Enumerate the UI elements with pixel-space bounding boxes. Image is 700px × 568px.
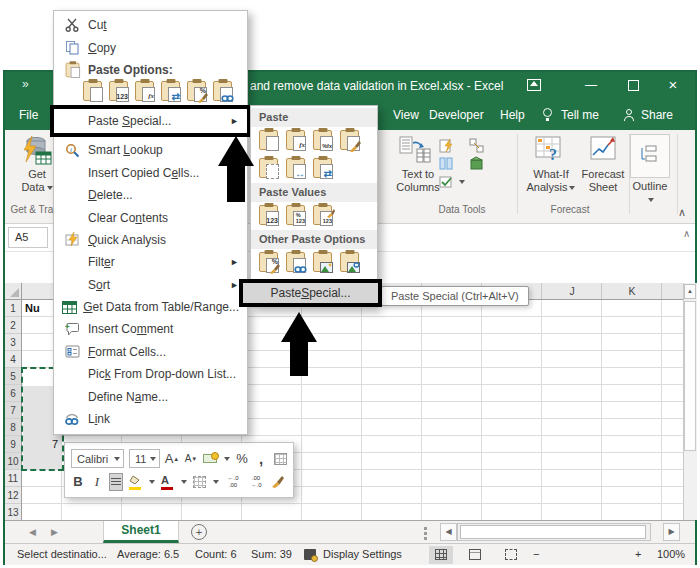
dropdown-icon[interactable] (181, 480, 187, 484)
paste-option-formatting-pct-icon[interactable]: % (187, 81, 206, 101)
scroll-up-icon[interactable]: ▲ (684, 284, 696, 299)
flash-fill-icon[interactable] (439, 138, 454, 153)
format-as-table-button[interactable] (273, 450, 287, 468)
view-normal-button[interactable] (429, 546, 453, 564)
paste-option-transpose-icon[interactable]: ⇄ (161, 81, 180, 101)
view-page-break-button[interactable] (499, 546, 523, 564)
row-header-11[interactable]: 11 (5, 470, 21, 487)
paste-option-no-borders-icon[interactable] (259, 158, 278, 178)
select-all-button[interactable] (5, 283, 22, 300)
paste-option-values-formatting-icon[interactable]: 123 (313, 205, 332, 225)
paste-option-keep-width-icon[interactable]: ↔ (286, 158, 305, 178)
close-button[interactable]: × (664, 78, 682, 92)
collapse-ribbon-icon[interactable]: ∧ (678, 206, 686, 219)
text-to-columns-button[interactable]: Text toColumns (391, 168, 445, 194)
prev-sheet-button[interactable]: ◀ (29, 527, 36, 537)
menu-item-copy[interactable]: Copy (54, 36, 247, 58)
row-header-5[interactable]: 5 (5, 368, 21, 385)
increase-decimal-button[interactable]: ←.0 .00 (224, 473, 242, 491)
row-header-4[interactable]: 4 (5, 351, 21, 368)
paste-option-linked-picture-icon[interactable] (340, 252, 359, 272)
row-header-13[interactable]: 13 (5, 504, 21, 520)
menu-item-quick-analysis[interactable]: Quick Analysis (54, 229, 247, 251)
row-header-10[interactable]: 10 (5, 453, 21, 470)
share-button[interactable]: Share (641, 100, 673, 130)
data-validation-dropdown-icon[interactable] (459, 180, 465, 184)
zoom-in-button[interactable]: + (635, 548, 641, 560)
next-sheet-button[interactable]: ▶ (51, 527, 58, 537)
row-header-12[interactable]: 12 (5, 487, 21, 504)
display-settings-button[interactable]: Display Settings (323, 548, 402, 560)
accounting-format-button[interactable] (203, 450, 217, 468)
fill-color-button[interactable] (128, 473, 142, 491)
name-box[interactable]: A5 (8, 227, 48, 248)
maximize-button[interactable] (628, 80, 639, 91)
column-header-j[interactable]: J (542, 283, 602, 300)
menu-item-clear-contents[interactable]: Clear Contents (54, 206, 247, 228)
dropdown-icon[interactable] (224, 457, 230, 461)
paste-option-transpose-icon[interactable]: ⇄ (313, 158, 332, 178)
hscroll-left-icon[interactable]: ◀ (440, 523, 457, 541)
sheet-tab-sheet1[interactable]: Sheet1 (103, 521, 179, 543)
menu-item-sort[interactable]: Sort► (54, 274, 247, 296)
paste-option-formulas-number-icon[interactable]: %fx (313, 130, 332, 150)
grow-font-button[interactable]: A▲ (165, 450, 179, 468)
row-header-7[interactable]: 7 (5, 402, 21, 419)
paste-option-paste-icon[interactable] (83, 81, 102, 101)
minimize-button[interactable]: — (582, 78, 600, 92)
menu-item-define-name[interactable]: Define Name... (54, 385, 247, 407)
menu-item-format-cells[interactable]: Format Cells... (54, 341, 247, 363)
bold-button[interactable]: B (71, 473, 85, 491)
decrease-decimal-button[interactable]: .00 →.0 (247, 473, 265, 491)
hscroll-right-icon[interactable]: ▶ (663, 523, 680, 541)
format-painter-button[interactable] (270, 473, 284, 491)
percent-style-button[interactable]: % (235, 450, 249, 468)
dropdown-icon[interactable] (213, 480, 219, 484)
tab-help[interactable]: Help (500, 100, 525, 130)
consolidate-icon[interactable] (439, 156, 454, 171)
menu-item-get-data-from-table-range[interactable]: Get Data from Table/Range... (54, 296, 247, 318)
paste-option-formulas-icon[interactable]: fx (135, 81, 154, 101)
menu-item-insert-comment[interactable]: +Insert Comment (54, 318, 247, 340)
shrink-font-button[interactable]: A▼ (184, 450, 198, 468)
row-headers[interactable]: 12345678910111213 (5, 300, 22, 520)
font-size-select[interactable]: 11 (129, 449, 160, 468)
menu-item-pick-from-drop-down-list[interactable]: Pick From Drop-down List... (54, 363, 247, 385)
font-name-select[interactable]: Calibri (71, 449, 124, 468)
paste-option-link-icon[interactable] (286, 252, 305, 272)
dropdown-icon[interactable] (149, 480, 155, 484)
submenu-item-paste-special[interactable]: Paste Special... (239, 279, 382, 307)
outline-button[interactable] (630, 134, 670, 178)
tab-file[interactable]: File (19, 100, 38, 130)
menu-item-filter[interactable]: Filter► (54, 251, 247, 273)
row-header-3[interactable]: 3 (5, 334, 21, 351)
menu-item-cut[interactable]: Cut (54, 14, 247, 36)
paste-option-values-number-icon[interactable]: %123 (286, 205, 305, 225)
data-validation-icon[interactable] (439, 174, 454, 189)
manage-data-model-icon[interactable] (469, 156, 484, 171)
relationships-icon[interactable] (469, 138, 484, 153)
paste-option-values-icon[interactable]: 123 (109, 81, 128, 101)
italic-button[interactable]: I (90, 473, 104, 491)
paste-option-paste-icon[interactable] (259, 130, 278, 150)
menu-item-delete[interactable]: Delete... (54, 184, 247, 206)
formula-bar-collapse-icon[interactable]: ∧ (683, 228, 690, 239)
center-align-button[interactable] (109, 473, 123, 491)
paste-option-formatting-pct-icon[interactable]: % (259, 252, 278, 272)
paste-option-link-icon[interactable] (213, 81, 232, 101)
row-header-2[interactable]: 2 (5, 317, 21, 334)
menu-item-link[interactable]: Link (54, 408, 247, 430)
font-color-button[interactable]: A (160, 473, 174, 491)
horizontal-scroll-thumb[interactable] (460, 525, 646, 539)
paste-option-formatting-icon[interactable] (340, 130, 359, 150)
tab-tell-me[interactable]: Tell me (561, 100, 599, 130)
zoom-level[interactable]: 100% (657, 548, 685, 560)
paste-option-values-icon[interactable]: 123 (259, 205, 278, 225)
paste-option-formulas-icon[interactable]: fx (286, 130, 305, 150)
add-sheet-button[interactable]: + (191, 524, 207, 540)
paste-option-picture-icon[interactable] (313, 252, 332, 272)
row-header-6[interactable]: 6 (5, 385, 21, 402)
what-if-analysis-button[interactable]: What-IfAnalysis (524, 168, 578, 194)
row-header-9[interactable]: 9 (5, 436, 21, 453)
ribbon-display-options-icon[interactable] (527, 79, 541, 91)
